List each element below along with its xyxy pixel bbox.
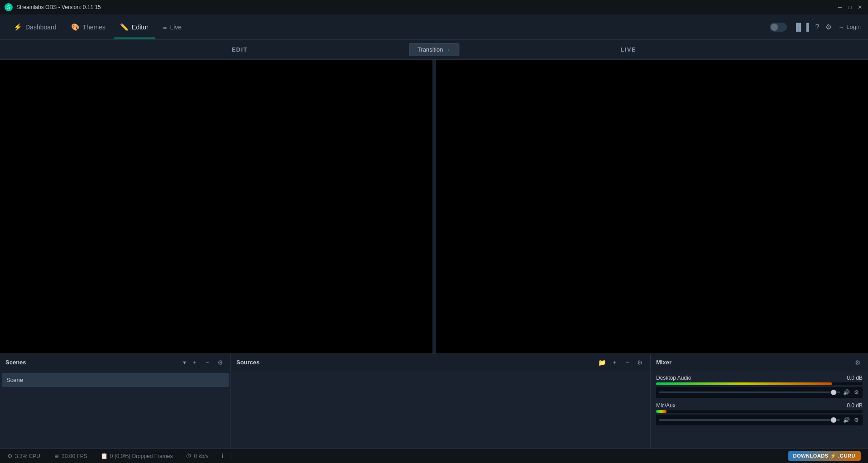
list-item[interactable]: Scene [2,373,229,387]
sources-title: Sources [236,359,594,366]
dropped-frames-icon: 📋 [101,453,108,459]
mixer-track-mic: Mic/Aux 0.0 dB 🔊 ⚙ [656,402,863,425]
mic-aux-knob[interactable] [831,417,836,423]
app-title: Streamlabs OBS - Version: 0.11.15 [16,4,833,10]
bandwidth-icon: ⏱ [186,453,192,459]
close-button[interactable]: ✕ [856,4,863,11]
title-bar: S Streamlabs OBS - Version: 0.11.15 ─ □ … [0,0,868,14]
sources-header: Sources 📁 + − ⚙ [231,354,650,371]
theme-toggle[interactable] [770,23,787,32]
mixer-settings-button[interactable]: ⚙ [853,358,863,368]
nav-items: ⚡ Dashboard 🎨 Themes ✏️ Editor ≡ Live [7,19,770,35]
nav-bar: ⚡ Dashboard 🎨 Themes ✏️ Editor ≡ Live ▐▌… [0,14,868,40]
stats-icon[interactable]: ▐▌▐ [793,23,809,31]
desktop-audio-slider[interactable] [659,391,840,393]
mic-aux-settings-button[interactable]: ⚙ [853,416,860,424]
sidebar-item-live[interactable]: ≡ Live [157,19,188,34]
desktop-audio-meter-fill [656,382,832,385]
login-button[interactable]: → Login [838,24,861,30]
bottom-panels: Scenes ▼ + − ⚙ Scene Sources 📁 + [0,353,868,449]
settings-icon[interactable]: ⚙ [825,23,832,31]
sources-remove-button[interactable]: − [622,358,632,368]
edit-label: EDIT [45,46,434,53]
cpu-icon: ⚙ [7,453,13,459]
scenes-list: Scene [0,371,230,449]
mic-aux-slider[interactable] [659,419,840,421]
sources-list [231,371,650,449]
mic-aux-mute-button[interactable]: 🔊 [843,416,850,424]
desktop-audio-mute-button[interactable]: 🔊 [843,389,850,396]
bandwidth-text: 0 kb/s [194,453,208,459]
fps-icon: 🖥 [53,453,59,459]
mixer-content: Desktop Audio 0.0 dB 🔊 ⚙ [651,371,868,449]
toggle-knob [771,24,778,31]
guru-banner[interactable]: DOWNLOADS ⚡ .GURU [788,451,861,461]
mixer-track-mic-header: Mic/Aux 0.0 dB [656,402,863,409]
preview-area [0,60,868,353]
scenes-header: Scenes ▼ + − ⚙ [0,354,230,371]
scene-name: Scene [6,377,23,383]
scenes-panel: Scenes ▼ + − ⚙ Scene [0,354,231,449]
minimize-button[interactable]: ─ [836,4,844,11]
sources-actions: 📁 + − ⚙ [597,358,645,368]
live-label: Live [170,24,182,31]
scenes-dropdown-icon[interactable]: ▼ [182,360,187,365]
desktop-audio-settings-button[interactable]: ⚙ [853,389,860,396]
live-icon: ≡ [163,23,167,31]
mic-aux-meter-fill [656,410,667,413]
info-icon: ℹ [221,453,224,459]
editor-icon: ✏️ [120,23,129,31]
login-label: Login [846,24,861,30]
themes-icon: 🎨 [71,23,80,31]
mixer-panel: Mixer ⚙ Desktop Audio 0.0 dB [651,354,868,449]
desktop-audio-controls: 🔊 ⚙ [656,387,863,398]
dashboard-label: Dashboard [25,24,57,31]
mixer-track-desktop: Desktop Audio 0.0 dB 🔊 ⚙ [656,375,863,398]
dashboard-icon: ⚡ [14,23,22,31]
scenes-remove-button[interactable]: − [202,358,212,368]
scenes-actions: + − ⚙ [190,358,225,368]
mixer-title: Mixer [656,359,850,366]
sidebar-item-themes[interactable]: 🎨 Themes [65,19,112,35]
themes-label: Themes [83,24,106,31]
guru-banner-text: DOWNLOADS ⚡ .GURU [793,453,855,459]
mixer-track-desktop-header: Desktop Audio 0.0 dB [656,375,863,381]
cpu-text: 3.3% CPU [15,453,40,459]
fps-status: 🖥 30.00 FPS [47,453,94,459]
mixer-header: Mixer ⚙ [651,354,868,371]
dropped-frames-text: 0 (0.0%) Dropped Frames [110,453,173,459]
mic-aux-meter [656,410,863,413]
sources-panel: Sources 📁 + − ⚙ [231,354,651,449]
help-icon[interactable]: ? [815,23,819,31]
desktop-audio-db: 0.0 dB [840,375,863,381]
login-arrow-icon: → [838,24,844,30]
scenes-settings-button[interactable]: ⚙ [215,358,225,368]
nav-right: ▐▌▐ ? ⚙ → Login [770,23,861,32]
sidebar-item-editor[interactable]: ✏️ Editor [114,19,155,35]
live-preview-panel [436,60,868,353]
desktop-audio-meter [656,382,863,385]
preview-divider[interactable] [432,60,436,353]
scenes-add-button[interactable]: + [190,358,200,368]
mic-aux-label: Mic/Aux [656,402,840,409]
sources-settings-button[interactable]: ⚙ [635,358,645,368]
mic-aux-controls: 🔊 ⚙ [656,415,863,425]
mic-aux-db: 0.0 dB [840,402,863,409]
sources-folder-button[interactable]: 📁 [597,358,607,368]
cpu-status: ⚙ 3.3% CPU [7,453,47,459]
edit-preview-panel [0,60,432,353]
status-bar: ⚙ 3.3% CPU 🖥 30.00 FPS 📋 0 (0.0%) Droppe… [0,449,868,463]
transition-button[interactable]: Transition → [409,43,459,56]
bandwidth-status: ⏱ 0 kb/s [179,453,215,459]
scenes-title: Scenes [5,359,178,366]
sidebar-item-dashboard[interactable]: ⚡ Dashboard [7,19,63,35]
fps-text: 30.00 FPS [62,453,87,459]
desktop-audio-knob[interactable] [831,390,836,395]
info-status[interactable]: ℹ [215,453,230,459]
maximize-button[interactable]: □ [846,4,854,11]
sources-add-button[interactable]: + [609,358,619,368]
window-controls: ─ □ ✕ [836,4,863,11]
main-area: EDIT Transition → LIVE Scenes ▼ + − ⚙ Sc… [0,40,868,449]
mixer-actions: ⚙ [853,358,863,368]
live-label: LIVE [434,46,823,53]
